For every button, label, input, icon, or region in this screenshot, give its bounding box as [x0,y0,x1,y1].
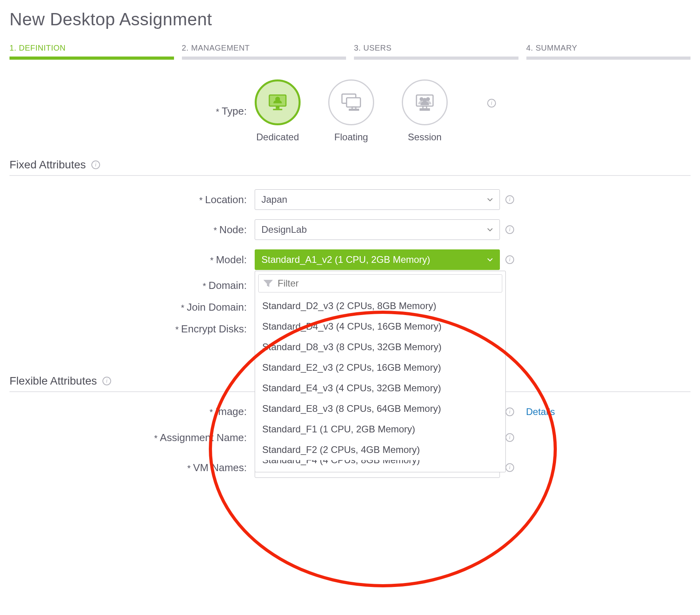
model-option[interactable]: Standard_D4_v3 (4 CPUs, 16GB Memory) [255,316,505,337]
info-icon[interactable] [505,195,514,204]
info-icon[interactable] [505,433,514,442]
info-icon[interactable] [91,160,100,169]
svg-rect-7 [349,109,358,110]
location-select[interactable]: Japan [255,189,500,210]
wizard-step-summary[interactable]: 4. SUMMARY [526,43,691,60]
svg-rect-5 [346,98,360,107]
page-title: New Desktop Assignment [9,9,691,29]
wizard-steps: 1. DEFINITION 2. MANAGEMENT 3. USERS 4. … [9,43,691,60]
svg-rect-13 [420,109,429,110]
model-select[interactable]: Standard_A1_v2 (1 CPU, 2GB Memory) [255,249,500,270]
type-option-label: Floating [334,132,368,143]
encrypt-disks-label: Encrypt Disks: [9,323,255,335]
node-select[interactable]: DesignLab [255,219,500,240]
model-option[interactable]: Standard_D2_v3 (2 CPUs, 8GB Memory) [255,296,505,316]
info-icon[interactable] [505,225,514,234]
model-filter[interactable] [258,274,502,292]
node-value: DesignLab [261,224,307,235]
info-icon[interactable] [505,255,514,264]
model-option[interactable]: Standard_E8_v3 (8 CPUs, 64GB Memory) [255,398,505,419]
section-fixed-attributes: Fixed Attributes [9,158,691,176]
vm-names-label: VM Names: [9,462,255,474]
svg-rect-2 [276,106,279,109]
svg-rect-3 [273,109,282,110]
type-option-label: Session [408,132,441,143]
info-icon[interactable] [505,407,514,416]
location-label: Location: [9,194,255,206]
join-domain-label: Join Domain: [9,301,255,313]
type-option-session[interactable]: Session [402,79,448,143]
location-value: Japan [261,194,287,205]
svg-point-10 [427,98,429,100]
image-label: Image: [9,406,255,418]
filter-icon [263,279,274,288]
model-filter-input[interactable] [278,278,498,289]
model-value: Standard_A1_v2 (1 CPU, 2GB Memory) [261,254,430,265]
node-label: Node: [9,224,255,236]
type-option-dedicated[interactable]: Dedicated [255,79,301,143]
chevron-down-icon [487,228,493,232]
model-option[interactable]: Standard_F4 (4 CPUs, 8GB Memory) [255,460,505,472]
wizard-step-management[interactable]: 2. MANAGEMENT [182,43,346,60]
type-option-label: Dedicated [256,132,299,143]
desktop-icon [255,79,301,125]
svg-point-9 [420,98,423,100]
image-details-link[interactable]: Details [526,406,555,417]
model-option[interactable]: Standard_F1 (1 CPU, 2GB Memory) [255,419,505,440]
info-icon[interactable] [487,99,496,108]
wizard-step-definition[interactable]: 1. DEFINITION [9,43,174,60]
session-icon [402,79,448,125]
type-option-floating[interactable]: Floating [328,79,374,143]
model-option[interactable]: Standard_E2_v3 (2 CPUs, 16GB Memory) [255,357,505,378]
info-icon[interactable] [102,377,111,385]
type-label: Type: [9,105,255,117]
wizard-step-users[interactable]: 3. USERS [354,43,518,60]
desktops-icon [328,79,374,125]
model-option[interactable]: Standard_D8_v3 (8 CPUs, 32GB Memory) [255,337,505,357]
svg-point-11 [423,98,426,102]
chevron-down-icon [487,258,493,262]
info-icon[interactable] [505,463,514,472]
model-dropdown: Standard_D2_v3 (2 CPUs, 8GB Memory) Stan… [255,271,506,472]
model-option[interactable]: Standard_E4_v3 (4 CPUs, 32GB Memory) [255,378,505,398]
chevron-down-icon [487,198,493,202]
domain-label: Domain: [9,279,255,292]
assignment-name-label: Assignment Name: [9,432,255,444]
model-label: Model: [9,254,255,266]
model-option[interactable]: Standard_F2 (2 CPUs, 4GB Memory) [255,440,505,460]
